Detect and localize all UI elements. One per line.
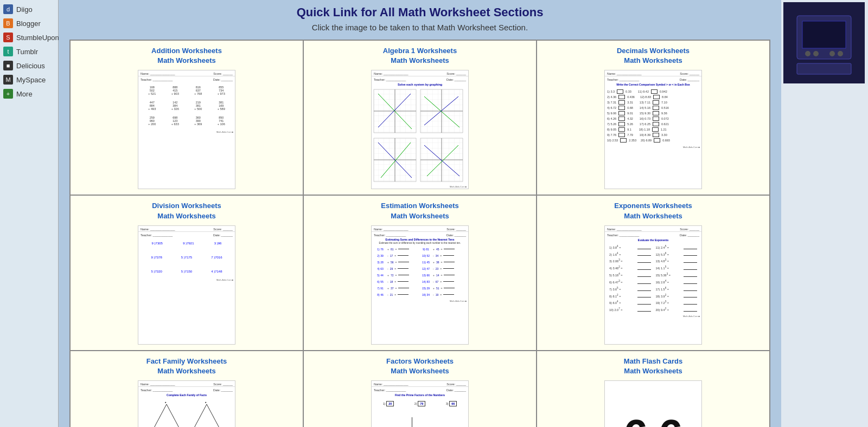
sidebar-item-label: Delicious xyxy=(16,62,45,70)
flash-card-num1: 6 xyxy=(624,410,648,427)
sidebar-item-myspace[interactable]: M MySpace xyxy=(0,73,58,87)
worksheet-grid: Addition Worksheets Math Worksheets Name… xyxy=(69,40,770,427)
sidebar-item-label: Tumblr xyxy=(16,48,38,56)
sidebar-item-label: StumbleUpon xyxy=(16,34,59,42)
grid-row-1: Addition Worksheets Math Worksheets Name… xyxy=(70,40,770,195)
cell-factfamily[interactable]: Fact Family Worksheets Math Worksheets N… xyxy=(70,351,303,427)
sidebar-item-diigo[interactable]: d Diigo xyxy=(0,2,58,16)
sidebar-item-stumbleupon[interactable]: S StumbleUpon xyxy=(0,30,58,44)
diigo-icon: d xyxy=(3,4,13,14)
cell-decimals-title: Decimals Worksheets Math Worksheets xyxy=(542,46,764,66)
exponents-preview: Name: _______________Score: ______ Teach… xyxy=(604,225,702,345)
ad-banner xyxy=(783,2,865,83)
sidebar-item-tumblr[interactable]: t Tumblr xyxy=(0,44,58,59)
sidebar-item-label: MySpace xyxy=(16,76,46,84)
sidebar-item-more[interactable]: + More xyxy=(0,87,58,101)
cell-exponents[interactable]: Exponents Worksheets Math Worksheets Nam… xyxy=(537,195,770,350)
page-subtitle: Click the image to be taken to that Math… xyxy=(69,23,770,32)
svg-point-42 xyxy=(838,51,843,56)
svg-text:●: ● xyxy=(164,400,166,404)
cell-factors[interactable]: Factors Worksheets Math Worksheets Name:… xyxy=(303,351,537,427)
cell-estimation[interactable]: Estimation Worksheets Math Worksheets Na… xyxy=(303,195,537,350)
cell-algebra1-title: Algebra 1 Worksheets Math Worksheets xyxy=(309,46,531,66)
cell-flashcards[interactable]: Math Flash Cards Math Worksheets 6 6 xyxy=(537,351,770,427)
factors-preview: Name: _______________Score: ______ Teach… xyxy=(371,380,469,427)
main-content: Quick Link for All Math Worksheet Sectio… xyxy=(59,0,781,427)
svg-point-40 xyxy=(813,51,819,56)
grid-row-2: Division Worksheets Math Worksheets Name… xyxy=(70,195,770,350)
sidebar-item-label: Blogger xyxy=(16,20,41,28)
svg-marker-30 xyxy=(193,404,220,427)
delicious-icon: ■ xyxy=(3,61,13,70)
svg-point-41 xyxy=(829,51,835,56)
sidebar-item-label: More xyxy=(16,90,33,98)
svg-text:●: ● xyxy=(205,400,206,404)
algebra-preview: Name: _______________Score: ______ Teach… xyxy=(371,70,469,189)
right-panel xyxy=(781,0,868,427)
estimation-preview: Name: _______________Score: ______ Teach… xyxy=(371,225,469,345)
cell-addition-title: Addition Worksheets Math Worksheets xyxy=(76,46,297,66)
cell-decimals[interactable]: Decimals Worksheets Math Worksheets Name… xyxy=(537,40,770,195)
svg-rect-38 xyxy=(802,21,846,48)
cell-division[interactable]: Division Worksheets Math Worksheets Name… xyxy=(70,195,303,350)
grid-row-3: Fact Family Worksheets Math Worksheets N… xyxy=(70,351,770,427)
sidebar: d Diigo B Blogger S StumbleUpon t Tumblr… xyxy=(0,0,59,427)
cell-algebra1[interactable]: Algebra 1 Worksheets Math Worksheets Nam… xyxy=(303,40,537,195)
sidebar-item-delicious[interactable]: ■ Delicious xyxy=(0,59,58,73)
cell-estimation-title: Estimation Worksheets Math Worksheets xyxy=(309,201,531,221)
cell-exponents-title: Exponents Worksheets Math Worksheets xyxy=(542,201,764,221)
cell-factfamily-title: Fact Family Worksheets Math Worksheets xyxy=(76,357,297,376)
sidebar-item-blogger[interactable]: B Blogger xyxy=(0,16,58,30)
tumblr-icon: t xyxy=(3,47,13,56)
flashcard-preview: 6 6 xyxy=(604,380,702,427)
factfamily-preview: Name: _______________Score: ______ Teach… xyxy=(138,380,235,427)
svg-marker-24 xyxy=(153,404,180,427)
page-title: Quick Link for All Math Worksheet Sectio… xyxy=(69,5,770,20)
cell-factors-title: Factors Worksheets Math Worksheets xyxy=(309,357,531,376)
blogger-icon: B xyxy=(3,18,13,28)
cell-addition[interactable]: Addition Worksheets Math Worksheets Name… xyxy=(70,40,303,195)
decimals-preview: Name: _______________Score: ______ Teach… xyxy=(604,70,702,189)
myspace-icon: M xyxy=(3,75,13,85)
svg-point-39 xyxy=(805,51,810,56)
more-icon: + xyxy=(3,89,13,99)
svg-rect-43 xyxy=(797,63,851,74)
addition-preview: Name: _______________Score: ______ Teach… xyxy=(138,70,235,189)
cell-division-title: Division Worksheets Math Worksheets xyxy=(76,201,297,221)
division-preview: Name: _______________Score: ______ Teach… xyxy=(138,225,235,345)
stumbleupon-icon: S xyxy=(3,33,13,42)
sidebar-item-label: Diigo xyxy=(16,5,33,14)
cell-flashcards-title: Math Flash Cards Math Worksheets xyxy=(542,357,764,376)
flash-card-num2: 6 xyxy=(659,410,683,427)
